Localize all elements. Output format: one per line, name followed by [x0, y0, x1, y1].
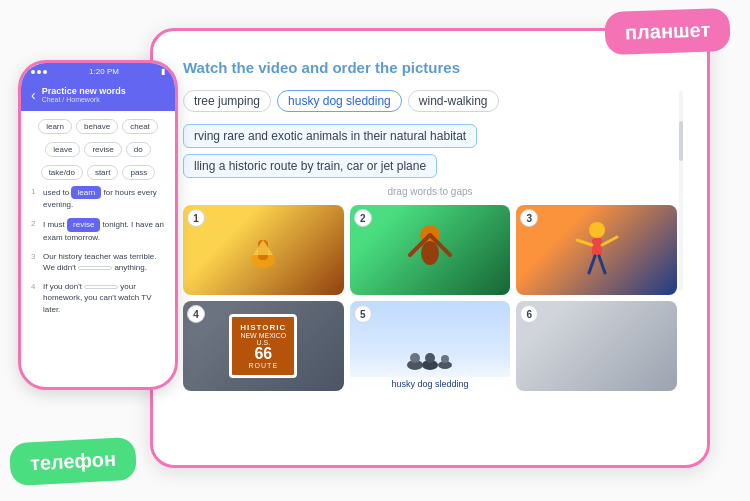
picture-cell-4: 4 HISTORIC NEW MEXICO U.S. 66 ROUTE — [183, 301, 344, 391]
ex-4-blank[interactable] — [84, 285, 118, 289]
picture-cell-2: 2 — [350, 205, 511, 295]
route-sign: HISTORIC NEW MEXICO U.S. 66 ROUTE — [183, 301, 344, 391]
chip-husky-sledding[interactable]: husky dog sledding — [277, 90, 402, 112]
sign-number: 66 — [240, 346, 286, 362]
svg-point-16 — [425, 353, 435, 363]
signal-dot-2 — [37, 70, 41, 74]
phone-time: 1:20 PM — [89, 67, 119, 76]
ex-4-text: If you don't your homework, you can't wa… — [43, 281, 165, 315]
svg-point-18 — [441, 355, 449, 363]
answer-line-1: rving rare and exotic animals in their n… — [183, 124, 677, 148]
phone-chip-takedo[interactable]: take/do — [41, 165, 83, 180]
phone-signal — [31, 70, 47, 74]
phone-chip-leave[interactable]: leave — [45, 142, 80, 157]
ex-1-blank[interactable]: learn — [71, 186, 101, 199]
phone-exercises: 1 used to learn for hours every evening.… — [21, 180, 175, 329]
picture-num-2: 2 — [354, 209, 372, 227]
answer-lines: rving rare and exotic animals in their n… — [183, 124, 677, 178]
sign-state: NEW MEXICO — [240, 332, 286, 339]
svg-rect-8 — [592, 238, 602, 256]
svg-line-9 — [577, 240, 592, 245]
svg-marker-2 — [253, 240, 273, 255]
picture-cell-1: 1 — [183, 205, 344, 295]
picture-num-1: 1 — [187, 209, 205, 227]
tablet-scrollbar[interactable] — [679, 91, 683, 291]
tablet-title: Watch the video and order the pictures — [183, 59, 677, 76]
phone-header-sub: Cheat / Homework — [42, 96, 126, 103]
label-phone: телефон — [9, 437, 137, 487]
phone-chip-behave[interactable]: behave — [76, 119, 118, 134]
sign-historic: HISTORIC — [240, 323, 286, 332]
word-chips-row: tree jumping husky dog sledding wind-wal… — [183, 90, 677, 112]
person-decoration — [516, 205, 677, 295]
chip-wind-walking[interactable]: wind-walking — [408, 90, 499, 112]
animal-decoration — [350, 205, 511, 295]
phone-exercise-3: 3 Our history teacher was terrible. We d… — [31, 251, 165, 273]
ex-1-text: used to learn for hours every evening. — [43, 186, 165, 210]
ex-num-3: 3 — [31, 251, 39, 262]
phone-word-row-2: leave revise do — [21, 134, 175, 157]
phone-exercise-1: 1 used to learn for hours every evening. — [31, 186, 165, 210]
phone-chip-cheat[interactable]: cheat — [122, 119, 158, 134]
svg-point-14 — [410, 353, 420, 363]
tablet: Watch the video and order the pictures t… — [150, 28, 710, 468]
chip-tree-jumping[interactable]: tree jumping — [183, 90, 271, 112]
back-icon[interactable]: ‹ — [31, 87, 36, 103]
signal-dot-1 — [31, 70, 35, 74]
phone-exercise-4: 4 If you don't your homework, you can't … — [31, 281, 165, 315]
svg-line-10 — [602, 237, 617, 245]
phone: 1:20 PM ▮ ‹ Practice new words Cheat / H… — [18, 60, 178, 390]
phone-chip-start[interactable]: start — [87, 165, 119, 180]
phone-header: ‹ Practice new words Cheat / Homework — [21, 80, 175, 111]
svg-line-12 — [599, 256, 605, 273]
phone-word-row-1: learn behave cheat — [21, 111, 175, 134]
phone-chip-revise[interactable]: revise — [84, 142, 121, 157]
phone-header-title: Practice new words — [42, 86, 126, 96]
husky-caption: husky dog sledding — [350, 377, 511, 391]
svg-line-11 — [589, 256, 595, 273]
picture-grid: 1 2 — [183, 205, 677, 399]
phone-word-row-3: take/do start pass — [21, 157, 175, 180]
picture-num-4: 4 — [187, 305, 205, 323]
ex-3-blank[interactable] — [78, 266, 112, 270]
answer-box-2[interactable]: lling a historic route by train, car or … — [183, 154, 437, 178]
picture-cell-6: 6 — [516, 301, 677, 391]
phone-chip-learn[interactable]: learn — [38, 119, 72, 134]
tablet-scrollbar-thumb — [679, 121, 683, 161]
label-tablet: планшет — [604, 8, 731, 55]
signal-dot-3 — [43, 70, 47, 74]
picture-cell-5: 5 husky dog sledding — [350, 301, 511, 391]
tablet-content: Watch the video and order the pictures t… — [163, 41, 697, 409]
picture-cell-3: 3 — [516, 205, 677, 295]
ex-3-text: Our history teacher was terrible. We did… — [43, 251, 165, 273]
svg-point-4 — [421, 241, 439, 265]
ex-num-1: 1 — [31, 186, 39, 197]
phone-exercise-2: 2 I must revise tonight. I have an exam … — [31, 218, 165, 242]
answer-line-2: lling a historic route by train, car or … — [183, 154, 677, 178]
ex-2-blank[interactable]: revise — [67, 218, 100, 231]
answer-box-1[interactable]: rving rare and exotic animals in their n… — [183, 124, 477, 148]
ex-2-text: I must revise tonight. I have an exam to… — [43, 218, 165, 242]
picture-num-6: 6 — [520, 305, 538, 323]
ex-num-2: 2 — [31, 218, 39, 229]
ex-num-4: 4 — [31, 281, 39, 292]
phone-chip-pass[interactable]: pass — [122, 165, 155, 180]
svg-point-7 — [589, 222, 605, 238]
phone-battery: ▮ — [161, 67, 165, 76]
picture-num-5: 5 — [354, 305, 372, 323]
phone-chip-do[interactable]: do — [126, 142, 151, 157]
tablet-screen: Watch the video and order the pictures t… — [163, 41, 697, 455]
phone-status-bar: 1:20 PM ▮ — [21, 63, 175, 80]
sign-route: ROUTE — [240, 362, 286, 369]
drag-hint: drag words to gaps — [183, 186, 677, 197]
plane-decoration — [183, 205, 344, 295]
